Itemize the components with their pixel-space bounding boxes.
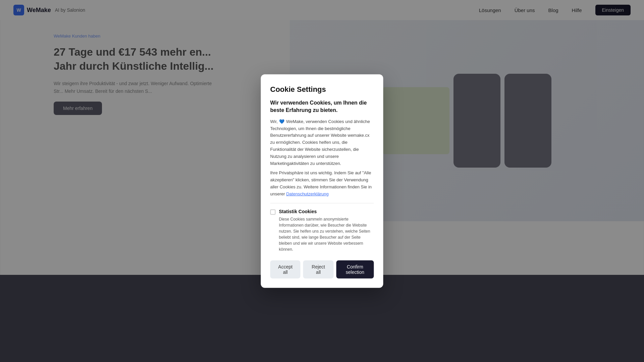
reject-all-button[interactable]: Reject all: [303, 260, 333, 278]
modal-title: Cookie Settings: [270, 85, 374, 94]
modal-divider: [270, 203, 374, 203]
confirm-selection-button[interactable]: Confirm selection: [336, 260, 374, 278]
heart-icon: 💙: [279, 119, 284, 124]
privacy-link[interactable]: Datenschutzerklärung: [286, 191, 328, 196]
cookie-modal-container: Cookie Settings Wir verwenden Cookies, u…: [261, 74, 383, 288]
checkbox-label: Statistik Cookies: [279, 208, 374, 214]
accept-all-button[interactable]: Accept all: [270, 260, 301, 278]
modal-body-privacy: Ihre Privatsphäre ist uns wichtig. Indem…: [270, 170, 374, 197]
modal-body-intro: Wir, 💙 WeMake, verwenden Cookies und ähn…: [270, 118, 374, 167]
modal-subtitle: Wir verwenden Cookies, um Ihnen die best…: [270, 99, 374, 114]
checkbox-content: Statistik Cookies Diese Cookies sammeln …: [279, 208, 374, 252]
checkbox-description: Diese Cookies sammeln anonymisierte Info…: [279, 216, 374, 252]
modal-buttons: Accept all Reject all Confirm selection: [270, 260, 374, 278]
cookie-modal: Cookie Settings Wir verwenden Cookies, u…: [261, 74, 383, 288]
checkbox-section: Statistik Cookies Diese Cookies sammeln …: [270, 208, 374, 252]
statistics-checkbox[interactable]: [270, 209, 276, 215]
